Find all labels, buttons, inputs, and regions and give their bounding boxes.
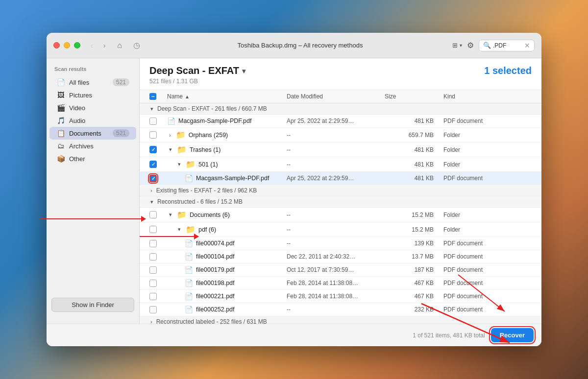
row-expand-button[interactable]: › bbox=[167, 132, 173, 138]
file-name: file000074.pdf bbox=[196, 240, 235, 247]
folder-icon: 📁 bbox=[176, 130, 186, 140]
row-kind: PDF document bbox=[443, 306, 532, 313]
section-reconstructed: ▾ Reconstructed - 6 files / 15.2 MB bbox=[140, 196, 541, 208]
section-collapse-button[interactable]: › bbox=[149, 188, 153, 193]
row-checkbox[interactable] bbox=[149, 240, 157, 247]
row-name-cell: 📄 file000179.pdf bbox=[167, 266, 287, 274]
col-header-date[interactable]: Date Modified bbox=[287, 93, 385, 100]
close-button[interactable] bbox=[53, 42, 60, 48]
filter-button[interactable]: ⚙ bbox=[467, 41, 474, 50]
titlebar-actions: ⊞ ▾ ⚙ 🔍 ✕ bbox=[452, 40, 535, 51]
sidebar-item-other[interactable]: 📦 Other bbox=[49, 152, 136, 165]
pdf-file-icon: 📄 bbox=[167, 117, 175, 125]
view-toggle-button[interactable]: ⊞ ▾ bbox=[452, 42, 462, 49]
row-name-cell: 📄 Macgasm-Sample-PDF.pdf bbox=[167, 117, 287, 125]
sidebar-item-all-files[interactable]: 📄 All files 521 bbox=[49, 76, 136, 89]
section-label: Reconstructed labeled - 252 files / 631 … bbox=[156, 318, 267, 324]
search-input[interactable] bbox=[493, 42, 522, 49]
home-button[interactable]: ⌂ bbox=[114, 40, 125, 51]
row-expand-button[interactable]: ▾ bbox=[167, 212, 174, 218]
section-label: Reconstructed - 6 files / 15.2 MB bbox=[157, 198, 243, 205]
deselect-all-icon[interactable] bbox=[149, 93, 156, 100]
row-date: Oct 12, 2017 at 7:30:59… bbox=[287, 266, 385, 273]
section-collapse-button[interactable]: ▾ bbox=[149, 199, 154, 205]
search-icon: 🔍 bbox=[483, 42, 491, 49]
back-button[interactable]: ‹ bbox=[86, 40, 97, 51]
row-expand-button[interactable]: ▾ bbox=[176, 161, 183, 167]
row-checkbox-cell[interactable] bbox=[149, 266, 167, 274]
row-checkbox[interactable] bbox=[149, 146, 157, 153]
row-date: Feb 28, 2014 at 11:38:08… bbox=[287, 293, 385, 300]
row-checkbox-cell[interactable] bbox=[149, 253, 167, 261]
sidebar-item-video[interactable]: 🎬 Video bbox=[49, 101, 136, 114]
sidebar-item-label: All files bbox=[69, 79, 109, 86]
col-header-size[interactable]: Size bbox=[385, 93, 443, 100]
row-checkbox-cell[interactable] bbox=[149, 293, 167, 300]
col-header-name[interactable]: Name ▲ bbox=[167, 93, 287, 100]
row-expand-button[interactable]: ▾ bbox=[176, 226, 183, 233]
table-row: 📄 file000198.pdf Feb 28, 2014 at 11:38:0… bbox=[140, 277, 541, 290]
row-expand-button[interactable]: ▾ bbox=[167, 146, 174, 153]
row-name-cell: ▾ 📁 Documents (6) bbox=[167, 210, 287, 219]
row-checkbox-cell[interactable] bbox=[149, 306, 167, 313]
row-checkbox[interactable] bbox=[149, 161, 157, 168]
section-collapse-button[interactable]: › bbox=[149, 319, 153, 324]
scan-subtitle: 521 files / 1.31 GB bbox=[149, 78, 245, 85]
row-checkbox[interactable] bbox=[149, 306, 157, 313]
file-name: Macgasm-Sample-PDF.pdf bbox=[196, 175, 269, 182]
row-checkbox[interactable] bbox=[149, 118, 157, 125]
main-content: Scan results 📄 All files 521 🖼 Pictures … bbox=[47, 58, 541, 324]
search-clear-button[interactable]: ✕ bbox=[524, 42, 530, 49]
archives-icon: 🗂 bbox=[56, 142, 65, 150]
row-checkbox[interactable] bbox=[149, 131, 157, 139]
section-collapse-button[interactable]: ▾ bbox=[149, 106, 154, 112]
row-kind: PDF document bbox=[443, 266, 532, 273]
forward-button[interactable]: › bbox=[99, 40, 110, 51]
row-checkbox-cell[interactable] bbox=[149, 118, 167, 125]
row-checkbox[interactable] bbox=[149, 253, 157, 261]
row-checkbox-cell[interactable] bbox=[149, 161, 167, 168]
row-checkbox-cell[interactable] bbox=[149, 240, 167, 247]
sidebar-item-archives[interactable]: 🗂 Archives bbox=[49, 140, 136, 152]
row-kind: PDF document bbox=[443, 293, 532, 300]
row-checkbox[interactable] bbox=[149, 211, 157, 218]
table-row: ▾ 📁 pdf (6) -- 15.2 MB Folder bbox=[140, 222, 541, 237]
row-date: -- bbox=[287, 146, 385, 153]
sidebar-item-pictures[interactable]: 🖼 Pictures bbox=[49, 89, 136, 101]
file-name: Macgasm-Sample-PDF.pdf bbox=[178, 118, 251, 124]
show-in-finder-button[interactable]: Show in Finder bbox=[51, 298, 134, 312]
row-checkbox[interactable] bbox=[149, 280, 157, 287]
scan-title-chevron-icon[interactable]: ▾ bbox=[242, 67, 245, 75]
row-checkbox[interactable] bbox=[149, 293, 157, 300]
row-checkbox[interactable] bbox=[149, 266, 157, 274]
sidebar-item-label: Audio bbox=[69, 117, 129, 124]
row-checkbox-cell[interactable] bbox=[149, 211, 167, 218]
col-header-kind[interactable]: Kind bbox=[443, 93, 532, 100]
row-name-cell: 📄 file000198.pdf bbox=[167, 279, 287, 287]
row-kind: PDF document bbox=[443, 175, 532, 182]
recover-button[interactable]: Recover bbox=[491, 328, 534, 342]
sidebar-item-documents[interactable]: 📋 Documents 521 bbox=[49, 127, 136, 140]
row-checkbox-cell[interactable] bbox=[149, 175, 167, 182]
row-checkbox-cell[interactable] bbox=[149, 131, 167, 139]
file-name: file000104.pdf bbox=[196, 253, 235, 260]
history-button[interactable]: ◷ bbox=[131, 40, 142, 51]
row-kind: PDF document bbox=[443, 253, 532, 260]
row-checkbox[interactable] bbox=[149, 175, 157, 182]
minimize-button[interactable] bbox=[64, 42, 70, 48]
row-date: Apr 25, 2022 at 2:29:59… bbox=[287, 118, 385, 124]
sidebar-section-label: Scan results bbox=[47, 66, 139, 76]
section-label: Existing files - EXFAT - 2 files / 962 K… bbox=[156, 187, 257, 194]
row-checkbox-cell[interactable] bbox=[149, 280, 167, 287]
row-date: -- bbox=[287, 132, 385, 139]
maximize-button[interactable] bbox=[74, 42, 80, 48]
file-name: file000179.pdf bbox=[196, 266, 235, 273]
sidebar-item-audio[interactable]: 🎵 Audio bbox=[49, 114, 136, 127]
row-checkbox[interactable] bbox=[149, 226, 157, 233]
row-checkbox-cell[interactable] bbox=[149, 146, 167, 153]
row-checkbox-cell[interactable] bbox=[149, 226, 167, 233]
table-row: ▾ 📁 501 (1) -- 481 KB Folder bbox=[140, 157, 541, 172]
sidebar-item-label: Documents bbox=[69, 130, 109, 137]
row-size: 481 KB bbox=[385, 146, 443, 153]
sidebar: Scan results 📄 All files 521 🖼 Pictures … bbox=[47, 58, 140, 324]
